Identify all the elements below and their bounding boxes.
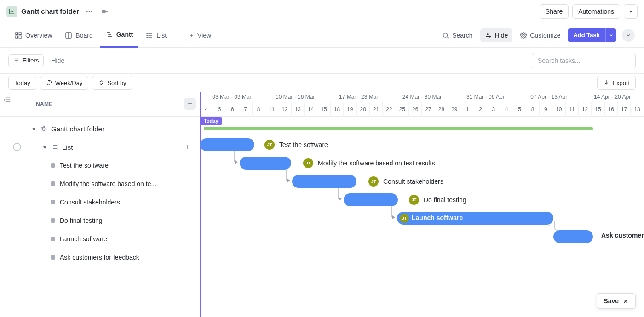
- list-more-icon[interactable]: [167, 141, 179, 153]
- folder-more-icon[interactable]: [83, 5, 96, 18]
- search-action[interactable]: Search: [437, 28, 477, 42]
- svg-rect-7: [19, 33, 21, 35]
- task-row[interactable]: Test the software: [0, 156, 200, 175]
- day-label: 18: [331, 102, 344, 117]
- gantt-bar[interactable]: [292, 175, 356, 188]
- week-label: 10 Mar - 16 Mar: [264, 92, 327, 102]
- chevron-double-up-icon: [622, 298, 629, 304]
- week-label: 03 Mar - 09 Mar: [200, 92, 264, 102]
- day-label: 21: [370, 102, 383, 117]
- gantt-bar[interactable]: [344, 193, 398, 206]
- add-column-button[interactable]: [184, 98, 196, 110]
- add-view-label: View: [197, 32, 211, 39]
- day-label: 8: [253, 102, 265, 117]
- assignee-avatar[interactable]: JT: [303, 158, 313, 168]
- day-label: 7: [239, 102, 252, 117]
- save-button[interactable]: Save: [597, 293, 636, 309]
- automations-button[interactable]: Automations: [572, 4, 620, 19]
- filter-icon: [13, 57, 20, 64]
- tab-board[interactable]: Board: [59, 23, 98, 48]
- folder-icon: [6, 6, 17, 17]
- customize-action[interactable]: Customize: [515, 28, 565, 42]
- more-options-button[interactable]: [622, 29, 635, 42]
- search-tasks-input[interactable]: [532, 53, 636, 68]
- day-label: 6: [226, 102, 239, 117]
- day-label: 20: [357, 102, 370, 117]
- gantt-task-label: Do final testing: [424, 196, 466, 204]
- plus-icon: [188, 32, 195, 39]
- chevron-down-icon[interactable]: ▾: [42, 143, 47, 151]
- svg-point-19: [147, 35, 147, 35]
- add-task-caret[interactable]: [605, 28, 616, 42]
- day-label: 19: [344, 102, 356, 117]
- day-label: 15: [317, 102, 330, 117]
- sort-button[interactable]: Sort by: [92, 76, 132, 90]
- automations-caret-button[interactable]: [624, 4, 638, 19]
- chevron-down-icon[interactable]: ▾: [31, 125, 36, 132]
- svg-point-29: [523, 34, 524, 36]
- svg-point-1: [89, 11, 90, 12]
- task-row[interactable]: Consult stakeholders: [0, 193, 200, 211]
- day-label: 2: [474, 102, 487, 117]
- status-icon: [51, 163, 55, 168]
- task-row[interactable]: Ask customers for feedback: [0, 248, 200, 266]
- chevron-down-icon: [626, 33, 631, 38]
- chevron-down-icon: [609, 33, 614, 38]
- gantt-bar[interactable]: JT Launch software: [397, 212, 553, 225]
- week-label: 14 Apr - 20 Apr: [581, 92, 644, 102]
- add-task-button[interactable]: Add Task: [568, 28, 605, 42]
- day-label: 9: [540, 102, 552, 117]
- day-label: 11: [566, 102, 579, 117]
- svg-point-0: [86, 11, 88, 12]
- task-row[interactable]: Modify the software based on te...: [0, 175, 200, 193]
- tree-folder-row[interactable]: ▾ Gantt chart folder: [0, 119, 200, 138]
- svg-point-39: [40, 126, 46, 130]
- summary-bar[interactable]: [204, 127, 593, 130]
- day-label: 15: [592, 102, 604, 117]
- status-icon: [51, 181, 55, 186]
- tab-list[interactable]: List: [140, 23, 172, 48]
- export-button[interactable]: Export: [597, 76, 636, 90]
- task-title: Do final testing: [60, 217, 103, 224]
- gantt-bar[interactable]: [553, 230, 593, 243]
- hide-icon: [485, 32, 492, 39]
- hide-filters-link[interactable]: Hide: [51, 57, 64, 64]
- tab-gantt[interactable]: Gantt: [100, 23, 139, 48]
- svg-rect-8: [16, 36, 18, 38]
- svg-point-43: [171, 147, 172, 147]
- scale-button[interactable]: Week/Day: [40, 76, 89, 90]
- day-label: 10: [552, 102, 565, 117]
- day-label: 12: [278, 102, 291, 117]
- list-add-icon[interactable]: [181, 141, 194, 153]
- export-label: Export: [612, 79, 630, 86]
- gantt-bar[interactable]: [240, 157, 291, 170]
- sidebar-toggle-icon[interactable]: [98, 5, 111, 18]
- task-title: Test the software: [60, 162, 109, 169]
- tab-overview[interactable]: Overview: [9, 23, 58, 48]
- svg-point-26: [487, 34, 488, 35]
- svg-point-45: [174, 147, 175, 147]
- add-view-button[interactable]: View: [184, 32, 216, 39]
- sort-icon: [98, 79, 104, 86]
- assignee-avatar[interactable]: JT: [400, 214, 409, 223]
- search-label: Search: [452, 32, 472, 39]
- board-icon: [65, 32, 72, 39]
- plus-icon: [187, 101, 193, 107]
- tree-list-row[interactable]: ▾ List: [0, 138, 200, 156]
- day-label: 1: [461, 102, 474, 117]
- tree-folder-title: Gantt chart folder: [51, 125, 104, 133]
- today-button[interactable]: Today: [8, 76, 36, 90]
- task-row[interactable]: Launch software: [0, 230, 200, 248]
- assignee-avatar[interactable]: JT: [368, 176, 379, 187]
- filters-button[interactable]: Filters: [8, 54, 44, 67]
- day-label: 4: [500, 102, 513, 117]
- gantt-bar[interactable]: [200, 138, 254, 151]
- task-title: Ask customers for feedback: [60, 254, 139, 261]
- folder-title: Gantt chart folder: [21, 7, 79, 15]
- assignee-avatar[interactable]: JT: [264, 140, 275, 150]
- assignee-avatar[interactable]: JT: [409, 195, 419, 205]
- share-button[interactable]: Share: [540, 4, 569, 19]
- task-row[interactable]: Do final testing: [0, 211, 200, 230]
- hide-action[interactable]: Hide: [480, 28, 513, 42]
- zoom-icon: [46, 79, 52, 86]
